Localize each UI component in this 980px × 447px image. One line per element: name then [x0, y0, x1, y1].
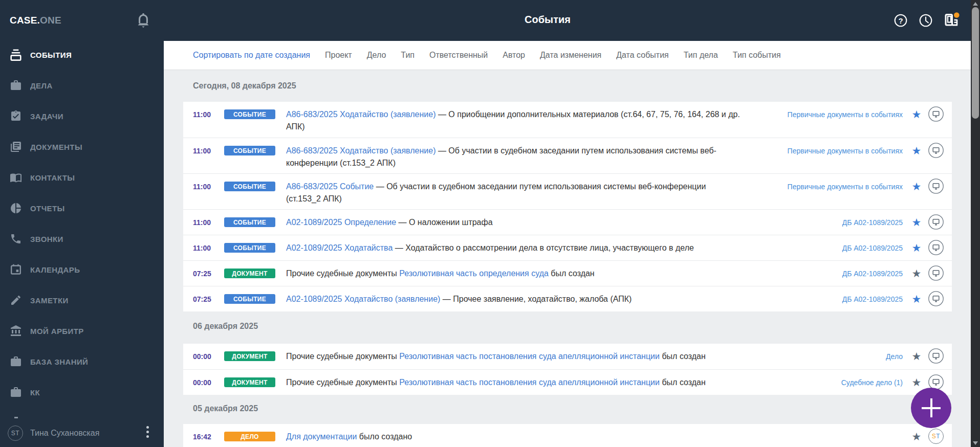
svg-text:?: ? [898, 16, 903, 25]
